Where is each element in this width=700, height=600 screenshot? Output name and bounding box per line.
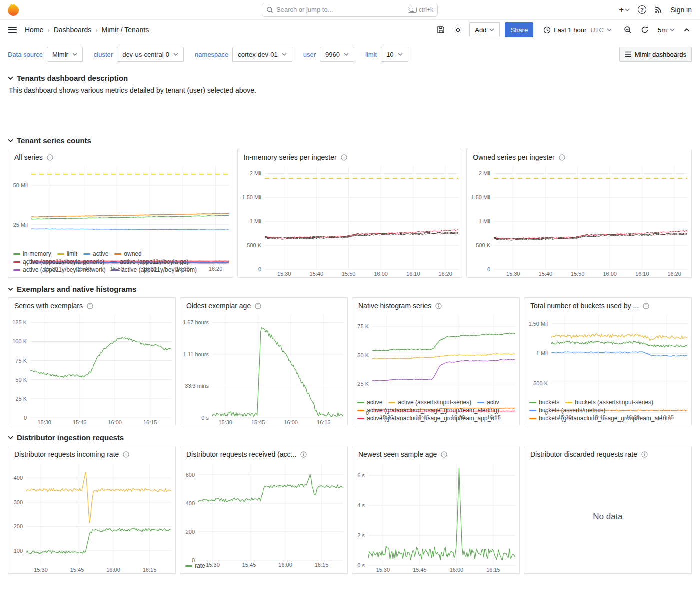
panel-title: Distributor requests incoming rate	[14, 450, 119, 458]
section-distributor-header[interactable]: Distributor ingestion requests	[8, 434, 692, 442]
collapse-toolbar-button[interactable]	[682, 26, 692, 34]
info-icon[interactable]	[123, 452, 130, 458]
legend-item[interactable]: activ	[478, 399, 500, 406]
time-series-chart[interactable]: 15:3015:4015:5016:0016:1016:200500 K1 Mi…	[467, 164, 692, 278]
zoom-out-button[interactable]	[622, 24, 634, 36]
panel-header[interactable]: Distributor discarded requests rate	[524, 446, 692, 460]
info-icon[interactable]	[441, 452, 448, 458]
info-icon[interactable]	[300, 452, 307, 458]
legend-item[interactable]: active (appo11y/beyla-generic)	[14, 258, 104, 266]
breadcrumb-dashboards[interactable]: Dashboards	[54, 26, 92, 34]
global-search[interactable]: ctrl+k	[262, 3, 438, 17]
time-series-chart[interactable]: 15:3015:4516:0016:15025 K50 K75 K	[352, 312, 520, 398]
limit-value: 10	[386, 51, 394, 58]
legend-item[interactable]: active	[358, 399, 382, 406]
legend-item[interactable]: active (grafanacloud_usage_group/team_al…	[358, 407, 500, 414]
info-icon[interactable]	[47, 154, 54, 161]
share-label: Share	[510, 26, 528, 34]
namespace-select[interactable]: cortex-dev-01	[232, 47, 292, 62]
section-exemplars-header[interactable]: Exemplars and native histograms	[8, 285, 692, 294]
variable-label[interactable]: cluster	[94, 51, 113, 58]
save-dashboard-button[interactable]	[435, 24, 447, 36]
legend-item[interactable]: in-memory	[14, 250, 52, 258]
breadcrumb-home[interactable]: Home	[25, 26, 44, 34]
variable-label[interactable]: user	[304, 51, 316, 58]
refresh-button[interactable]	[639, 24, 651, 36]
sign-in-link[interactable]: Sign in	[670, 6, 692, 14]
time-range-picker[interactable]: Last 1 hour UTC	[538, 22, 617, 38]
legend-item[interactable]: rate	[186, 562, 206, 570]
time-series-chart[interactable]: 15:3015:4516:0016:150200400600	[180, 460, 348, 562]
time-series-chart[interactable]: 15:3015:4516:0016:15100200300400	[8, 460, 176, 574]
panel-header[interactable]: Newest seen sample age	[352, 446, 520, 460]
legend-item[interactable]: active	[84, 250, 108, 258]
refresh-interval-picker[interactable]: 5m	[656, 22, 677, 38]
info-icon[interactable]	[559, 154, 566, 161]
legend-label: active (appo11y/beyla-generic)	[23, 258, 104, 266]
panel-header[interactable]: Total number of buckets used by ...	[524, 298, 692, 312]
legend-item[interactable]: active (grafanacloud_usage_group/team_ap…	[358, 415, 500, 422]
new-menu-button[interactable]: +	[619, 6, 630, 14]
menu-icon[interactable]	[8, 27, 17, 34]
datasource-select[interactable]: Mimir	[47, 47, 83, 62]
panel-header[interactable]: Owned series per ingester	[467, 150, 692, 164]
info-icon[interactable]	[255, 303, 262, 310]
svg-text:200: 200	[186, 529, 195, 535]
legend-item[interactable]: buckets	[530, 399, 560, 406]
time-series-chart[interactable]: 15:3015:4015:5016:0016:1016:20025 Mil50 …	[8, 164, 233, 250]
legend-item[interactable]: active (appo11y/beyla-network)	[14, 266, 106, 274]
info-icon[interactable]	[341, 154, 348, 161]
time-series-chart[interactable]: 15:3015:4516:0016:15025 K50 K75 K100 K12…	[8, 312, 176, 426]
dashboard-settings-button[interactable]	[452, 24, 464, 36]
cluster-select[interactable]: dev-us-central-0	[117, 47, 184, 62]
legend-item[interactable]: limit	[58, 250, 78, 258]
legend-item[interactable]: active (appo11y/beyla-prom)	[112, 266, 197, 274]
panel-header[interactable]: Oldest exemplar age	[180, 298, 348, 312]
limit-select[interactable]: 10	[381, 47, 408, 62]
legend-swatch	[84, 254, 90, 255]
section-description-header[interactable]: Tenants dashboard description	[8, 74, 692, 82]
news-button[interactable]	[654, 6, 662, 14]
panel-header[interactable]: All series	[8, 150, 233, 164]
help-button[interactable]: ?	[638, 6, 646, 14]
legend-item[interactable]: active (asserts/input-series)	[388, 399, 472, 406]
legend-item[interactable]: buckets (asserts/input-series)	[566, 399, 654, 406]
breadcrumb: Home › Dashboards › Mimir / Tenants	[25, 26, 149, 34]
section-series-counts-header[interactable]: Tenant series counts	[8, 136, 692, 145]
panel-header[interactable]: Native histogram series	[352, 298, 520, 312]
legend-label: buckets	[539, 399, 560, 406]
user-select[interactable]: 9960	[320, 47, 354, 62]
mimir-dashboards-button[interactable]: Mimir dashboards	[620, 47, 692, 62]
legend-label: active (grafanacloud_usage_group/team_ap…	[367, 415, 500, 422]
svg-text:75 K: 75 K	[358, 324, 369, 330]
variable-label[interactable]: namespace	[195, 51, 228, 58]
time-series-chart[interactable]: 15:3015:4516:0016:150 s2 s4 s6 s	[352, 460, 520, 574]
variable-label[interactable]: limit	[366, 51, 377, 58]
panel-header[interactable]: Series with exemplars	[8, 298, 176, 312]
info-icon[interactable]	[643, 303, 650, 310]
info-icon[interactable]	[642, 452, 648, 458]
legend-swatch	[388, 402, 396, 404]
svg-text:16:00: 16:00	[106, 567, 120, 573]
dashboard-body: Tenants dashboard description This dashb…	[0, 74, 700, 574]
add-panel-button[interactable]: Add	[470, 22, 500, 38]
panel-header[interactable]: Distributor requests received (acc...	[180, 446, 348, 460]
legend-item[interactable]: owned	[114, 250, 142, 258]
chevron-down-icon	[607, 28, 612, 32]
panel-header[interactable]: In-memory series per ingester	[238, 150, 462, 164]
variable-limit: limit 10	[366, 47, 408, 62]
breadcrumb-current[interactable]: Mimir / Tenants	[102, 26, 150, 34]
variable-label[interactable]: Data source	[8, 51, 43, 58]
time-series-chart[interactable]: 15:3015:4516:0016:150500 K1 Mil1.50 Mil	[524, 312, 692, 398]
info-icon[interactable]	[436, 303, 442, 310]
legend-item[interactable]: buckets (grafanacloud_usage_group/team_a…	[530, 415, 671, 422]
legend-item[interactable]: buckets (asserts/metrics)	[530, 407, 606, 414]
grafana-logo[interactable]	[8, 4, 21, 16]
info-icon[interactable]	[87, 303, 94, 310]
search-input[interactable]	[276, 6, 405, 14]
panel-header[interactable]: Distributor requests incoming rate	[8, 446, 176, 460]
legend-item[interactable]: active (appo11y/beyla-go)	[110, 258, 188, 266]
time-series-chart[interactable]: 15:3015:4015:5016:0016:1016:200500 K1 Mi…	[238, 164, 462, 278]
time-series-chart[interactable]: 15:3015:4516:0016:150 s33.3 mins1.11 hou…	[180, 312, 348, 426]
share-button[interactable]: Share	[505, 22, 534, 38]
